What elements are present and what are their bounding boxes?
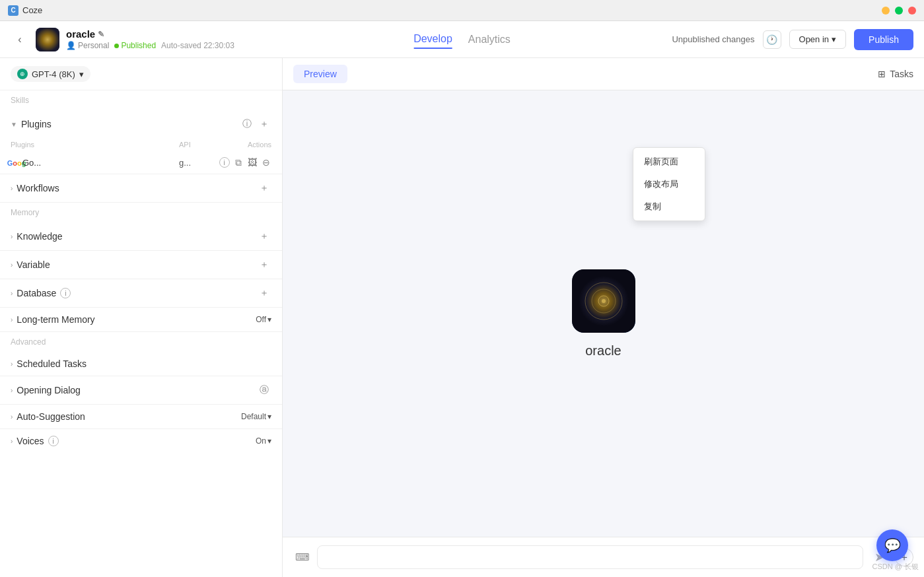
variable-add-button[interactable]: ＋ <box>257 257 271 272</box>
history-button[interactable]: 🕐 <box>763 30 781 49</box>
published-dot <box>114 44 119 48</box>
database-left: › Database i <box>11 288 71 298</box>
variable-chevron-icon: › <box>11 261 13 269</box>
tab-develop[interactable]: Develop <box>413 30 452 49</box>
workflows-row[interactable]: › Workflows ＋ <box>0 174 282 202</box>
bot-meta: 👤 Personal Published Auto-saved 22:30:03 <box>66 41 234 50</box>
database-add-button[interactable]: ＋ <box>257 286 271 300</box>
od-info-button[interactable]: ⓐ <box>257 383 271 397</box>
context-menu-item-refresh[interactable]: 刷新页面 <box>633 151 705 173</box>
advanced-label: Advanced <box>0 332 282 352</box>
plugins-columns: Plugins API Actions <box>0 138 282 151</box>
bot-avatar <box>36 28 59 51</box>
plugins-info-button[interactable]: ⓘ <box>240 117 254 131</box>
plugin-image-btn[interactable]: 🖼 <box>246 155 258 170</box>
voices-chevron-down-icon: ▾ <box>267 436 271 446</box>
database-info-icon[interactable]: i <box>60 288 71 298</box>
open-in-button[interactable]: Open in ▾ <box>789 30 847 49</box>
maximize-button[interactable] <box>895 7 903 15</box>
tab-preview[interactable]: Preview <box>293 65 347 83</box>
plugin-name: Go... <box>22 158 179 168</box>
knowledge-title: Knowledge <box>17 231 62 242</box>
knowledge-row[interactable]: › Knowledge ＋ <box>0 222 282 250</box>
scheduled-tasks-row[interactable]: › Scheduled Tasks <box>0 352 282 376</box>
titlebar-title: Coze <box>22 5 882 15</box>
tab-analytics[interactable]: Analytics <box>468 30 511 49</box>
header: ‹ oracle ✎ 👤 Personal Published Auto-sav… <box>0 21 924 58</box>
knowledge-left: › Knowledge <box>11 231 63 242</box>
voices-info-icon[interactable]: i <box>48 436 59 446</box>
voices-title: Voices <box>17 436 44 446</box>
tasks-button[interactable]: ⊞ Tasks <box>878 69 913 79</box>
skills-label: Skills <box>0 90 282 110</box>
back-button[interactable]: ‹ <box>11 30 29 49</box>
gpt-icon: ⊕ <box>17 69 28 79</box>
app-icon: C <box>8 5 18 16</box>
st-left: › Scheduled Tasks <box>11 358 87 369</box>
auto-saved-status: Auto-saved 22:30:03 <box>161 41 234 50</box>
published-badge: Published <box>114 41 156 50</box>
plugin-info-btn[interactable]: i <box>219 155 230 170</box>
chat-input-area: ⌨ ➤ ＋ <box>283 537 924 577</box>
chevron-down-icon: ▾ <box>832 34 836 44</box>
chevron-down-icon: ▾ <box>79 69 84 79</box>
col-actions: Actions <box>219 141 271 149</box>
plugins-title: Plugins <box>21 119 52 129</box>
context-menu-item-copy[interactable]: 复制 <box>633 195 705 218</box>
titlebar: C Coze <box>0 0 924 21</box>
watermark: CSDN @ 长银 <box>872 562 919 572</box>
plugin-action-buttons: i ⧉ 🖼 ⊖ <box>219 155 271 170</box>
voices-chevron-icon: › <box>11 438 13 445</box>
publish-button[interactable]: Publish <box>854 29 913 50</box>
close-button[interactable] <box>908 7 916 15</box>
chat-bubble-icon: 💬 <box>884 537 901 553</box>
main-area: ⊕ GPT-4 (8K) ▾ Skills ▼ Plugins ⓘ ＋ Plug… <box>0 58 924 577</box>
ltm-toggle[interactable]: Off ▾ <box>256 315 271 324</box>
plugins-add-button[interactable]: ＋ <box>257 117 271 131</box>
od-chevron-icon: › <box>11 387 13 394</box>
col-plugins: Plugins <box>11 141 179 149</box>
chat-input[interactable] <box>317 545 863 569</box>
header-right: Unpublished changes 🕐 Open in ▾ Publish <box>462 29 914 50</box>
voices-row[interactable]: › Voices i On ▾ <box>0 429 282 453</box>
plugin-copy-btn[interactable]: ⧉ <box>232 155 244 170</box>
right-panel: Preview ⊞ Tasks <box>283 58 924 577</box>
unpublished-status: Unpublished changes <box>672 34 754 44</box>
ltm-chevron-icon: › <box>11 316 13 323</box>
long-term-memory-row[interactable]: › Long-term Memory Off ▾ <box>0 308 282 331</box>
google-icon: Goog <box>11 156 22 169</box>
header-nav: Develop Analytics <box>413 30 511 49</box>
variable-row[interactable]: › Variable ＋ <box>0 251 282 279</box>
voices-toggle[interactable]: On ▾ <box>256 436 271 446</box>
plugin-item: Goog Go... g... i ⧉ 🖼 ⊖ <box>0 151 282 174</box>
emoji-button[interactable]: ⌨ <box>293 548 312 566</box>
auto-suggestion-row[interactable]: › Auto-Suggestion Default ▾ <box>0 405 282 428</box>
workflows-add-button[interactable]: ＋ <box>257 181 271 195</box>
knowledge-add-button[interactable]: ＋ <box>257 229 271 244</box>
opening-dialog-row[interactable]: › Opening Dialog ⓐ <box>0 376 282 404</box>
ltm-left: › Long-term Memory <box>11 314 95 325</box>
database-row[interactable]: › Database i ＋ <box>0 279 282 307</box>
float-chat-button[interactable]: 💬 <box>876 529 908 561</box>
od-title: Opening Dialog <box>17 385 81 395</box>
model-selector-button[interactable]: ⊕ GPT-4 (8K) ▾ <box>11 66 90 82</box>
as-left: › Auto-Suggestion <box>11 411 85 422</box>
header-left: ‹ oracle ✎ 👤 Personal Published Auto-sav… <box>11 28 462 51</box>
info-circle-icon: i <box>219 157 230 168</box>
plugins-actions: ⓘ ＋ <box>240 117 271 131</box>
database-title: Database <box>17 288 56 298</box>
svg-point-5 <box>602 299 606 303</box>
personal-badge: 👤 Personal <box>66 41 109 50</box>
model-label: GPT-4 (8K) <box>32 69 75 79</box>
plugin-remove-btn[interactable]: ⊖ <box>260 155 271 170</box>
minimize-button[interactable] <box>882 7 890 15</box>
workflows-chevron-icon: › <box>11 185 13 192</box>
plugin-api: g... <box>179 158 219 168</box>
variable-title: Variable <box>17 259 50 270</box>
as-toggle[interactable]: Default ▾ <box>241 412 271 421</box>
edit-bot-name-icon[interactable]: ✎ <box>98 30 104 39</box>
voices-left: › Voices i <box>11 436 59 446</box>
context-menu-item-layout[interactable]: 修改布局 <box>633 173 705 195</box>
model-selector-area: ⊕ GPT-4 (8K) ▾ <box>0 58 282 90</box>
plugins-title-row: ▼ Plugins <box>11 119 52 129</box>
